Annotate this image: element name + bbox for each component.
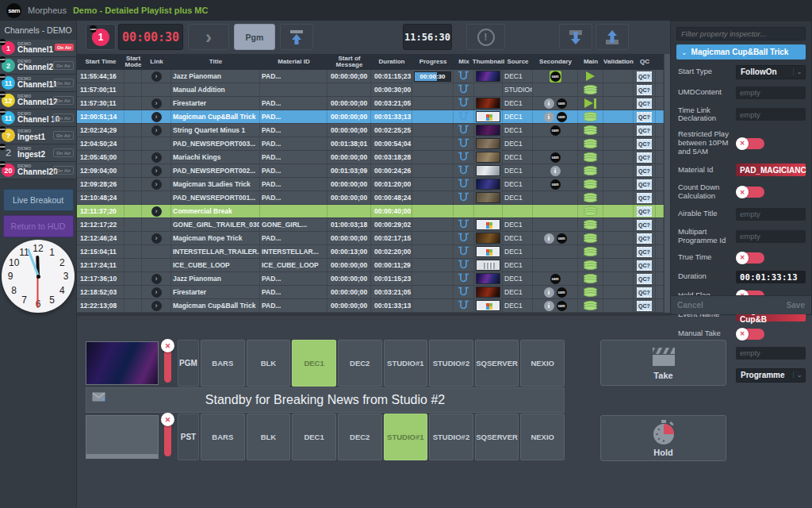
qc-badge[interactable]: QC? (637, 179, 652, 190)
move-up-button[interactable] (596, 24, 629, 50)
pgm-source-studio2[interactable]: STUDIO#2 (429, 340, 473, 387)
field-dropdown[interactable]: FollowOn⌄ (736, 65, 806, 79)
qc-badge[interactable]: QC? (637, 139, 652, 149)
channel-item[interactable]: sam12DEMOChannel12On Air (0, 92, 76, 110)
link-icon[interactable]: › (151, 98, 162, 109)
field-text-input[interactable]: empty (736, 87, 806, 99)
qc-badge[interactable]: QC? (637, 71, 652, 82)
pst-source-dec2[interactable]: DEC2 (338, 414, 382, 460)
field-dropdown[interactable]: Programme⌄ (736, 368, 806, 383)
field-text-input[interactable]: empty (736, 208, 806, 221)
qc-badge[interactable]: QC? (637, 152, 652, 163)
pst-clear-icon[interactable]: ✕ (161, 413, 174, 426)
pgm-source-dec2[interactable]: DEC2 (338, 340, 382, 387)
field-toggle[interactable]: ✕ (736, 187, 764, 198)
link-icon[interactable]: › (151, 166, 162, 176)
playlist-row[interactable]: 12:09:04;00›PAD_NEWSREPORT002...PAD...00… (77, 164, 664, 178)
link-icon[interactable]: › (151, 206, 162, 217)
channel-select-button[interactable]: sam1 (86, 24, 116, 50)
channel-item[interactable]: sam2DEMOIngest2On Air (0, 144, 76, 162)
link-icon[interactable]: › (151, 152, 162, 163)
channel-item[interactable]: sam1DEMOChannel1On Air (0, 40, 76, 57)
playlist-row[interactable]: 12:22:13;08›Magicman Cup&Ball TrickPAD..… (77, 299, 664, 313)
playlist-scrollbar[interactable] (664, 54, 670, 313)
pgm-source-dec1[interactable]: DEC1 (292, 340, 336, 387)
qc-badge[interactable]: QC? (637, 125, 652, 136)
qc-badge[interactable]: QC? (637, 260, 652, 271)
qc-badge[interactable]: QC? (637, 220, 652, 230)
live-breakout-button[interactable]: Live Breakout (3, 189, 74, 211)
alert-button[interactable]: ! (466, 24, 505, 50)
qc-badge[interactable]: QC? (637, 98, 652, 109)
link-icon[interactable]: › (151, 125, 162, 136)
pst-source-bars[interactable]: BARS (201, 414, 245, 460)
playlist-row[interactable]: 12:05:45;00›Mariachi KingsPAD...00:00:00… (77, 151, 664, 164)
pst-source-studio2[interactable]: STUDIO#2 (429, 414, 473, 460)
pgm-source-blk[interactable]: BLK (247, 340, 291, 387)
playlist-row[interactable]: 11:57:30;11›FirestarterPAD...00:00:00;00… (77, 97, 664, 110)
channel-item[interactable]: sam20DEMOChannel20On Air (0, 162, 76, 179)
field-toggle[interactable]: ✕ (736, 329, 764, 340)
field-value-error[interactable]: PAD_MAGICIANC (736, 164, 806, 176)
qc-badge[interactable]: QC? (637, 301, 652, 311)
save-button[interactable]: Save (787, 301, 805, 310)
field-toggle[interactable]: ✕ (736, 252, 764, 264)
field-text-input[interactable]: empty (736, 108, 806, 121)
link-icon[interactable]: › (151, 301, 162, 311)
playlist-row[interactable]: 12:04:50;24PAD_NEWSREPORT003...PAD...00:… (77, 137, 664, 151)
pgm-source-sqserver[interactable]: SQSERVER (475, 340, 519, 387)
qc-badge[interactable]: QC? (637, 166, 652, 176)
pst-source-studio1[interactable]: STUDIO#1 (384, 414, 428, 460)
link-icon[interactable]: › (151, 287, 162, 298)
link-icon[interactable]: › (151, 179, 162, 190)
playlist-row[interactable]: 12:00:51;14›Magicman Cup&Ball TrickPAD..… (77, 110, 664, 124)
channel-item[interactable]: sam2DEMOChannel2On Air (0, 57, 76, 75)
channel-item[interactable]: sam?DEMOIngest1On Air (0, 127, 76, 144)
take-button[interactable]: Take (600, 340, 726, 386)
qc-badge[interactable]: QC? (637, 274, 652, 284)
playlist-row[interactable]: 12:09:28;26›Magicman 3Ladies TrickPAD...… (77, 178, 664, 191)
playlist-row[interactable]: 12:12:17;22GONE_GIRL_TRAILER_030GONE_GIR… (77, 218, 664, 232)
pgm-source-studio1[interactable]: STUDIO#1 (384, 340, 428, 387)
pst-source-dec1[interactable]: DEC1 (292, 414, 336, 460)
pgm-mode-button[interactable]: Pgm (234, 24, 275, 50)
field-text-input[interactable]: empty (736, 230, 806, 243)
pst-source-sqserver[interactable]: SQSERVER (475, 414, 519, 460)
field-text-input[interactable]: empty (736, 347, 806, 360)
qc-badge[interactable]: QC? (637, 233, 652, 244)
return-to-hud-button[interactable]: Return to HUD (3, 215, 74, 237)
upload-playlist-button[interactable] (280, 24, 313, 50)
inspector-group-header[interactable]: ⌄ Magicman Cup&Ball Trick (676, 44, 806, 60)
qc-badge[interactable]: QC? (637, 112, 652, 122)
playlist-row[interactable]: 12:10:48;24PAD_NEWSREPORT001...PAD...00:… (77, 191, 664, 205)
pgm-clear-icon[interactable]: ✕ (161, 339, 174, 352)
pst-source-nexio[interactable]: NEXIO (520, 414, 565, 460)
playlist-row[interactable]: 11:57:00;11Manual Addition00:00:30;00STU… (77, 83, 664, 97)
qc-badge[interactable]: QC? (637, 206, 652, 217)
channel-item[interactable]: sam11DEMOChannel 10On Air (0, 110, 76, 127)
hold-button[interactable]: Hold (600, 415, 726, 461)
link-icon[interactable]: › (151, 274, 162, 284)
qc-badge[interactable]: QC? (637, 85, 652, 95)
qc-badge[interactable]: QC? (637, 193, 652, 203)
pgm-source-bars[interactable]: BARS (201, 340, 245, 387)
field-toggle[interactable]: ✕ (736, 138, 764, 149)
link-icon[interactable]: › (151, 233, 162, 244)
qc-badge[interactable]: QC? (637, 247, 652, 257)
pgm-source-nexio[interactable]: NEXIO (520, 340, 565, 387)
channel-item[interactable]: sam11DEMOChannel11On Air (0, 75, 76, 92)
playlist-row[interactable]: 12:17:36;10›Jazz PianomanPAD...00:00:00;… (77, 272, 664, 286)
playlist-row[interactable]: 12:15:04;11INTERSTELLAR_TRAILER...INTERS… (77, 245, 664, 259)
playlist-row[interactable]: 12:12:46;24›Magicman Rope TrickPAD...00:… (77, 232, 664, 245)
move-down-button[interactable] (559, 24, 592, 50)
next-event-button[interactable]: › (188, 24, 229, 50)
playlist-row[interactable]: 11:55:44;16›Jazz PianomanPAD...00:00:00;… (77, 70, 664, 83)
playlist-row[interactable]: 12:02:24;29›String Quartet Minus 1PAD...… (77, 124, 664, 137)
playlist-row[interactable]: 12:17:24;11ICE_CUBE_LOOPICE_CUBE_LOOP00:… (77, 259, 664, 272)
cancel-button[interactable]: Cancel (677, 301, 703, 310)
inspector-filter-input[interactable] (676, 27, 806, 40)
pst-source-blk[interactable]: BLK (247, 414, 291, 460)
link-icon[interactable]: › (151, 112, 162, 122)
qc-badge[interactable]: QC? (637, 287, 652, 298)
playlist-row[interactable]: 12:18:52;03›FirestarterPAD...00:00:00;00… (77, 286, 664, 299)
